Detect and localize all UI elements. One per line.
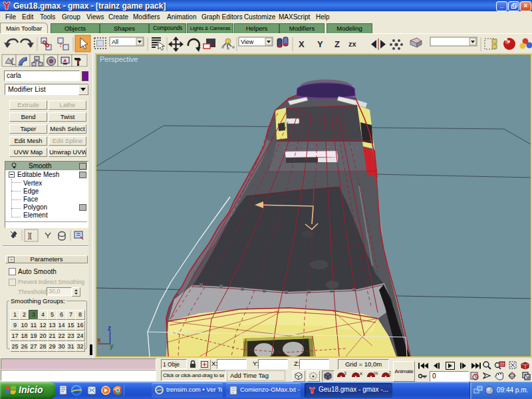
svg-text:Y: Y [317, 39, 323, 49]
svg-text:z: z [108, 325, 111, 332]
svg-text:View: View [241, 39, 254, 45]
svg-text:zx: zx [348, 40, 357, 48]
svg-text:All: All [112, 39, 118, 45]
svg-text:][: ][ [28, 232, 32, 239]
svg-text:y: y [110, 342, 114, 350]
svg-text:x: x [97, 336, 101, 344]
svg-text:X: X [299, 39, 305, 49]
svg-text:Perspective: Perspective [100, 55, 138, 63]
svg-text:Z: Z [334, 39, 340, 49]
svg-text:3: 3 [344, 371, 346, 376]
svg-text:%: % [374, 371, 378, 376]
